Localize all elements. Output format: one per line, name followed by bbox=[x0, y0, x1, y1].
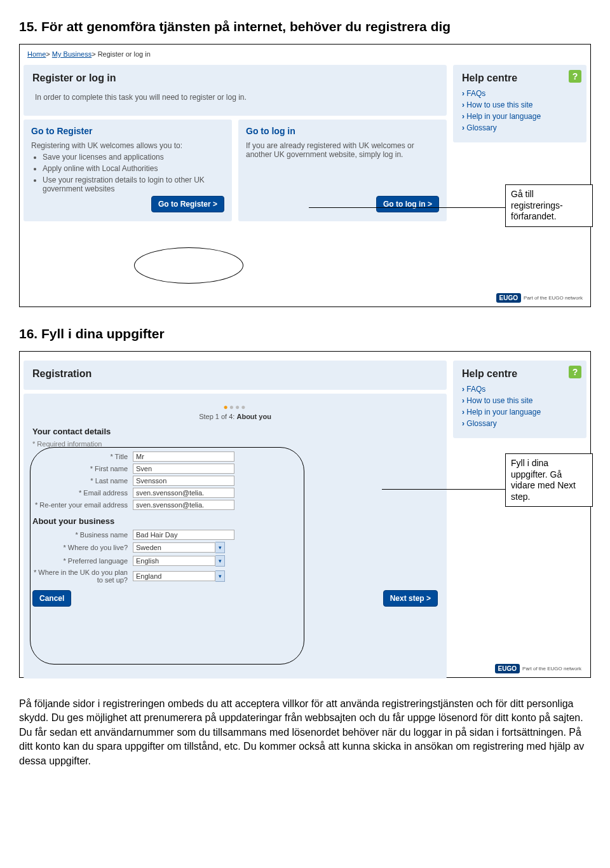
register-headline: Go to Register bbox=[31, 126, 224, 136]
annotation-ellipse bbox=[134, 247, 243, 284]
help-link-howto[interactable]: How to use this site bbox=[462, 100, 578, 109]
help-link-glossary[interactable]: Glossary bbox=[462, 123, 578, 132]
help-link-language[interactable]: Help in your language bbox=[462, 408, 578, 417]
help-centre-title: Help centre bbox=[462, 368, 578, 380]
label-email: * Email address bbox=[32, 489, 133, 497]
login-lead: If you are already registered with UK we… bbox=[246, 141, 439, 159]
go-to-login-button[interactable]: Go to log in > bbox=[376, 196, 439, 212]
screenshot-registration: Registration ●●●● Step 1 of 4: About you… bbox=[19, 351, 591, 678]
help-icon: ? bbox=[569, 366, 581, 378]
language-select[interactable]: English bbox=[133, 556, 215, 566]
first-name-field[interactable]: Sven bbox=[133, 464, 234, 474]
label-pref-language: * Preferred language bbox=[32, 557, 133, 565]
email-confirm-field[interactable]: sven.svensson@telia. bbox=[133, 500, 234, 510]
label-business-name: * Business name bbox=[32, 531, 133, 539]
eugo-logo: EUGO bbox=[495, 664, 520, 673]
registration-header: Registration bbox=[24, 361, 447, 390]
last-name-field[interactable]: Svensson bbox=[133, 476, 234, 486]
label-title: * Title bbox=[32, 453, 133, 460]
label-first-name: * First name bbox=[32, 465, 133, 472]
login-column: Go to log in If you are already register… bbox=[238, 120, 447, 221]
register-lead: Registering with UK welcomes allows you … bbox=[31, 141, 224, 150]
page-title: Register or log in bbox=[32, 72, 438, 84]
help-link-glossary[interactable]: Glossary bbox=[462, 419, 578, 428]
help-centre-panel: ? Help centre FAQs How to use this site … bbox=[453, 361, 586, 438]
chevron-down-icon[interactable]: ▾ bbox=[215, 570, 225, 582]
register-column: Go to Register Registering with UK welco… bbox=[24, 120, 232, 221]
breadcrumb-my-business[interactable]: My Business bbox=[52, 50, 92, 58]
go-to-register-button[interactable]: Go to Register > bbox=[151, 196, 224, 212]
breadcrumb-current: Register or log in bbox=[98, 50, 151, 58]
heading-15: 15. För att genomföra tjänsten på intern… bbox=[19, 19, 591, 34]
help-centre-title: Help centre bbox=[462, 72, 578, 84]
title-field[interactable]: Mr bbox=[133, 451, 234, 462]
callout-go-register: Gå till registrerings-förfarandet. bbox=[505, 184, 593, 227]
heading-16: 16. Fyll i dina uppgifter bbox=[19, 326, 591, 341]
label-email-confirm: * Re-enter your email address bbox=[32, 501, 133, 509]
business-name-field[interactable]: Bad Hair Day bbox=[133, 530, 234, 540]
help-link-language[interactable]: Help in your language bbox=[462, 112, 578, 121]
help-link-faqs[interactable]: FAQs bbox=[462, 385, 578, 394]
login-headline: Go to log in bbox=[246, 126, 439, 136]
help-centre-panel: ? Help centre FAQs How to use this site … bbox=[453, 65, 586, 142]
breadcrumb: Home> My Business> Register or log in bbox=[24, 48, 586, 60]
breadcrumb-home[interactable]: Home bbox=[27, 50, 46, 58]
annotation-line bbox=[382, 489, 515, 490]
eugo-logo: EUGO bbox=[496, 293, 521, 303]
main-panel-header: Register or log in In order to complete … bbox=[24, 65, 447, 116]
email-field[interactable]: sven.svensson@telia. bbox=[133, 488, 234, 498]
screenshot-register-or-login: Home> My Business> Register or log in Re… bbox=[19, 44, 591, 307]
chevron-down-icon[interactable]: ▾ bbox=[215, 542, 225, 553]
section-contact-details: Your contact details bbox=[32, 427, 438, 436]
eugo-text: Part of the EUGO network bbox=[522, 666, 581, 672]
eugo-badge: EUGO Part of the EUGO network bbox=[496, 293, 583, 303]
label-where-live: * Where do you live? bbox=[32, 544, 133, 551]
cancel-button[interactable]: Cancel bbox=[32, 590, 71, 607]
help-link-faqs[interactable]: FAQs bbox=[462, 89, 578, 98]
required-info-note: * Required information bbox=[32, 440, 438, 448]
next-step-button[interactable]: Next step > bbox=[383, 590, 438, 607]
eugo-badge: EUGO Part of the EUGO network bbox=[495, 664, 581, 673]
step-label: Step 1 of 4: About you bbox=[32, 413, 438, 420]
annotation-line bbox=[309, 207, 515, 208]
body-paragraph: På följande sidor i registreringen ombed… bbox=[19, 697, 591, 768]
section-about-business: About your business bbox=[32, 516, 438, 526]
where-live-select[interactable]: Sweden bbox=[133, 542, 215, 553]
label-last-name: * Last name bbox=[32, 477, 133, 485]
callout-fill-details: Fyll i dina uppgifter. Gå vidare med Nex… bbox=[505, 453, 593, 507]
register-benefit: Apply online with Local Authorities bbox=[43, 164, 224, 173]
register-benefit: Save your licenses and applications bbox=[43, 153, 224, 162]
help-link-howto[interactable]: How to use this site bbox=[462, 396, 578, 405]
label-where-uk: * Where in the UK do you plan to set up? bbox=[32, 568, 133, 584]
eugo-text: Part of the EUGO network bbox=[524, 295, 583, 301]
chevron-down-icon[interactable]: ▾ bbox=[215, 555, 225, 567]
uk-region-select[interactable]: England bbox=[133, 571, 215, 581]
register-benefit: Use your registration details to login t… bbox=[43, 176, 224, 193]
step-indicator: ●●●● bbox=[32, 403, 438, 411]
registration-form: ●●●● Step 1 of 4: About you Your contact… bbox=[24, 394, 447, 679]
intro-text: In order to complete this task you will … bbox=[32, 89, 438, 108]
help-icon: ? bbox=[569, 70, 581, 83]
registration-title: Registration bbox=[32, 368, 438, 380]
